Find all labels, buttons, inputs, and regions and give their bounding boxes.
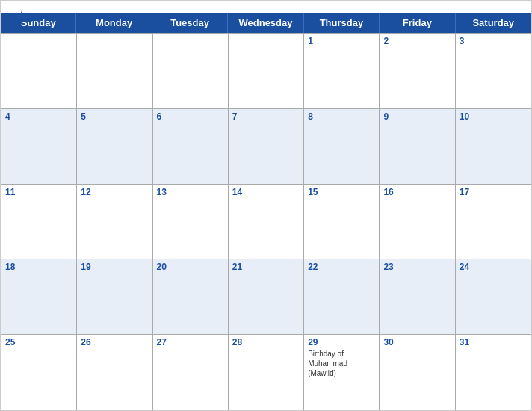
cell-number: 16 xyxy=(383,187,451,197)
calendar-cell: 10 xyxy=(456,109,531,185)
cell-number: 26 xyxy=(81,337,148,347)
calendar-cell: 5 xyxy=(77,109,152,185)
calendar-cell: 4 xyxy=(1,109,77,185)
cell-number: 10 xyxy=(460,111,527,122)
cell-number: 7 xyxy=(232,111,300,122)
calendar-cell: 24 xyxy=(456,259,531,335)
cell-number: 20 xyxy=(157,262,224,272)
calendar-container: SundayMondayTuesdayWednesdayThursdayFrid… xyxy=(0,0,532,411)
logo-wrapper xyxy=(13,7,32,25)
cell-number: 8 xyxy=(308,111,375,122)
cell-number: 1 xyxy=(308,36,375,46)
cell-number: 15 xyxy=(308,187,375,197)
calendar-cell: 30 xyxy=(380,335,455,410)
cell-number: 25 xyxy=(5,337,72,347)
calendar-cell: 28 xyxy=(229,335,304,410)
calendar-cell: 17 xyxy=(456,185,531,260)
cell-number: 2 xyxy=(383,36,451,46)
calendar-cell xyxy=(1,34,77,109)
calendar-cell: 2 xyxy=(380,34,455,109)
calendar-cell: 7 xyxy=(229,109,304,185)
calendar-header xyxy=(1,1,531,13)
cell-number: 19 xyxy=(81,262,148,272)
day-header-saturday: Saturday xyxy=(456,13,531,33)
calendar-cell: 8 xyxy=(304,109,380,185)
calendar-cell: 16 xyxy=(380,185,455,260)
calendar-cell: 1 xyxy=(304,34,380,109)
calendar-cell: 11 xyxy=(1,185,77,260)
cell-number: 14 xyxy=(232,187,300,197)
cell-number: 6 xyxy=(157,111,224,122)
cell-number: 11 xyxy=(5,187,72,197)
calendar-cell: 6 xyxy=(153,109,229,185)
calendar-cell: 29Birthday of Muhammad (Mawlid) xyxy=(304,335,380,410)
calendar-cell xyxy=(229,34,304,109)
cell-number: 3 xyxy=(460,36,527,46)
cell-event: Birthday of Muhammad (Mawlid) xyxy=(308,349,375,378)
calendar-cell: 26 xyxy=(77,335,152,410)
calendar-cell: 13 xyxy=(153,185,229,260)
calendar-cell: 12 xyxy=(77,185,152,260)
cell-number: 29 xyxy=(308,337,375,347)
calendar-cell: 15 xyxy=(304,185,380,260)
calendar-cell: 22 xyxy=(304,259,380,335)
calendar-cell: 27 xyxy=(153,335,229,410)
cell-number: 30 xyxy=(383,337,451,347)
day-header-wednesday: Wednesday xyxy=(228,13,303,33)
calendar-grid: 1234567891011121314151617181920212223242… xyxy=(1,33,531,410)
calendar-cell: 25 xyxy=(1,335,77,410)
calendar-cell: 3 xyxy=(456,34,531,109)
cell-number: 21 xyxy=(232,262,300,272)
day-header-friday: Friday xyxy=(380,13,455,33)
calendar-cell: 14 xyxy=(229,185,304,260)
cell-number: 22 xyxy=(308,262,375,272)
svg-marker-0 xyxy=(16,11,32,22)
cell-number: 18 xyxy=(5,262,72,272)
cell-number: 27 xyxy=(157,337,224,347)
calendar-cell: 20 xyxy=(153,259,229,335)
cell-number: 4 xyxy=(5,111,72,122)
calendar-cell: 9 xyxy=(380,109,455,185)
logo-area xyxy=(13,7,32,25)
calendar-cell: 19 xyxy=(77,259,152,335)
cell-number: 9 xyxy=(383,111,451,122)
cell-number: 17 xyxy=(460,187,527,197)
cell-number: 31 xyxy=(460,337,527,347)
cell-number: 28 xyxy=(232,337,300,347)
cell-number: 12 xyxy=(81,187,148,197)
calendar-cell: 23 xyxy=(380,259,455,335)
day-header-tuesday: Tuesday xyxy=(152,13,228,33)
calendar-cell: 21 xyxy=(229,259,304,335)
day-headers: SundayMondayTuesdayWednesdayThursdayFrid… xyxy=(1,13,531,33)
cell-number: 5 xyxy=(81,111,148,122)
day-header-thursday: Thursday xyxy=(304,13,380,33)
day-header-monday: Monday xyxy=(76,13,152,33)
cell-number: 24 xyxy=(460,262,527,272)
calendar-cell: 31 xyxy=(456,335,531,410)
calendar-cell xyxy=(77,34,152,109)
logo-icon xyxy=(16,8,32,25)
cell-number: 13 xyxy=(157,187,224,197)
cell-number: 23 xyxy=(383,262,451,272)
calendar-cell xyxy=(153,34,229,109)
calendar-cell: 18 xyxy=(1,259,77,335)
